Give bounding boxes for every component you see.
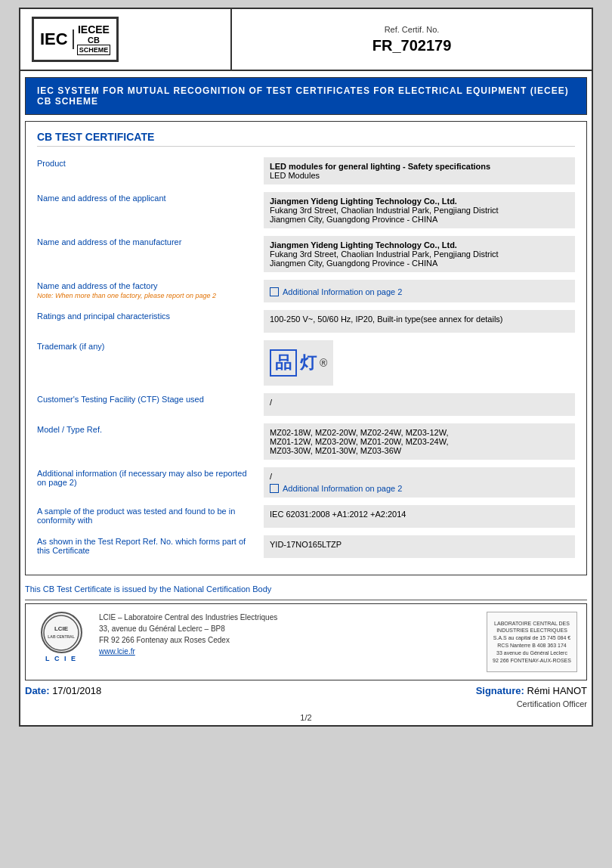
lcie-addr2: FR 92 266 Fontenay aux Roses Cedex — [99, 636, 230, 644]
trademark-icon: 品 — [270, 349, 297, 377]
value-applicant: Jiangmen Yideng Lighting Technology Co.,… — [264, 192, 575, 228]
footer-address: LCIE – Laboratoire Central des Industrie… — [99, 612, 475, 657]
model-line2: MZ01-12W, MZ03-20W, MZ01-20W, MZ03-24W, — [270, 437, 569, 446]
label-trademark: Trademark (if any) — [37, 340, 264, 351]
manufacturer-addr1: Fukang 3rd Street, Chaolian Industrial P… — [270, 250, 569, 259]
date-sig-row: Date: 17/01/2018 Signature: Rémi HANOT — [25, 685, 587, 696]
scheme-text: SCHEME — [77, 45, 111, 55]
label-model: Model / Type Ref. — [37, 423, 264, 434]
row-trademark: Trademark (if any) 品 灯 ® — [37, 340, 575, 386]
tm-registered: ® — [320, 357, 327, 369]
row-additional: Additional information (if necessary may… — [37, 467, 575, 498]
label-applicant: Name and address of the applicant — [37, 192, 264, 203]
label-ctf: Customer's Testing Facility (CTF) Stage … — [37, 393, 264, 404]
label-ratings: Ratings and principal characteristics — [37, 310, 264, 321]
value-conformity: IEC 62031:2008 +A1:2012 +A2:2014 — [264, 505, 575, 528]
value-additional: / Additional Information on page 2 — [264, 467, 575, 498]
label-product: Product — [37, 157, 264, 168]
lcie-logo-svg: LCIE LAB CENTRAL — [42, 614, 80, 652]
divider — [25, 600, 587, 600]
factory-note: Note: When more than one factory, please… — [37, 292, 256, 299]
conformity-text: IEC 62031:2008 +A1:2012 +A2:2014 — [270, 510, 406, 519]
factory-checkbox[interactable] — [270, 287, 279, 296]
row-model: Model / Type Ref. MZ02-18W, MZ02-20W, MZ… — [37, 423, 575, 460]
label-additional: Additional information (if necessary may… — [37, 467, 264, 487]
iecee-text: IECEE — [78, 23, 110, 36]
lcie-label: L C I E — [45, 655, 77, 662]
header-cert: Ref. Certif. No. FR_702179 — [232, 9, 592, 70]
lcie-addr1: 33, avenue du Général Leclerc – BP8 — [99, 625, 225, 633]
header-logo: IEC IECEE CB SCHEME — [20, 9, 232, 70]
stamp-line5: 33 avenue du Général Leclerc — [493, 649, 571, 657]
applicant-addr2: Jiangmen City, Guangdong Province - CHIN… — [270, 215, 569, 224]
logo-box: IEC IECEE CB SCHEME — [32, 17, 119, 62]
sig-block: Signature: Rémi HANOT — [476, 685, 587, 696]
additional-checkbox-link[interactable]: Additional Information on page 2 — [270, 484, 569, 493]
stamp-line2: INDUSTRIES ELECTRIQUES — [493, 627, 571, 634]
product-bold: LED modules for general lighting - Safet… — [270, 162, 490, 171]
manufacturer-bold: Jiangmen Yideng Lighting Technology Co.,… — [270, 240, 457, 250]
value-testreport: YID-17NO165LTZP — [264, 535, 575, 558]
value-ctf: / — [264, 393, 575, 416]
value-trademark: 品 灯 ® — [264, 340, 333, 386]
cb-text: CB — [88, 36, 100, 45]
additional-checkbox[interactable] — [270, 484, 279, 493]
date-label: Date: — [25, 685, 50, 696]
svg-point-0 — [44, 615, 79, 650]
tm-char2: 灯 — [300, 352, 317, 374]
value-product: LED modules for general lighting - Safet… — [264, 157, 575, 184]
stamp-line3: S.A.S au capital de 15 745 084 € — [493, 634, 571, 642]
sig-officer: Certification Officer — [20, 699, 587, 708]
label-manufacturer: Name and address of the manufacturer — [37, 236, 264, 246]
ref-label: Ref. Certif. No. — [385, 25, 440, 34]
label-factory: Name and address of the factory Note: Wh… — [37, 280, 264, 299]
ctf-text: / — [270, 398, 272, 407]
date-block: Date: 17/01/2018 — [25, 685, 101, 696]
row-applicant: Name and address of the applicant Jiangm… — [37, 192, 575, 228]
factory-checkbox-label: Additional Information on page 2 — [283, 287, 402, 296]
stamp-line6: 92 266 FONTENAY-AUX-ROSES — [493, 657, 571, 665]
page-number: 1/2 — [20, 713, 592, 722]
applicant-addr1: Fukang 3rd Street, Chaolian Industrial P… — [270, 206, 569, 215]
lcie-website[interactable]: www.lcie.fr — [99, 647, 135, 656]
ratings-text: 100-250 V~, 50/60 Hz, IP20, Built-in typ… — [270, 315, 502, 324]
product-extra: LED Modules — [270, 171, 569, 180]
blue-banner: IEC SYSTEM FOR MUTUAL RECOGNITION OF TES… — [25, 77, 587, 115]
sig-name: Rémi HANOT — [527, 685, 587, 696]
additional-checkbox-label: Additional Information on page 2 — [283, 484, 402, 493]
testreport-text: YID-17NO165LTZP — [270, 540, 342, 549]
row-testreport: As shown in the Test Report Ref. No. whi… — [37, 535, 575, 558]
label-testreport: As shown in the Test Report Ref. No. whi… — [37, 535, 264, 555]
section-title: CB TEST CERTIFICATE — [37, 131, 575, 147]
iecee-block: IECEE CB SCHEME — [77, 23, 111, 55]
factory-checkbox-link[interactable]: Additional Information on page 2 — [270, 287, 569, 296]
svg-text:LCIE: LCIE — [54, 625, 69, 632]
footer-body: LCIE LAB CENTRAL L C I E LCIE – Laborato… — [25, 603, 587, 680]
main-content: CB TEST CERTIFICATE Product LED modules … — [25, 121, 587, 575]
row-factory: Name and address of the factory Note: Wh… — [37, 280, 575, 302]
stamp-line1: LABORATOIRE CENTRAL DES — [493, 620, 571, 628]
row-conformity: A sample of the product was tested and f… — [37, 505, 575, 528]
stamp-content: LABORATOIRE CENTRAL DES INDUSTRIES ELECT… — [490, 617, 574, 668]
svg-text:LAB CENTRAL: LAB CENTRAL — [48, 634, 75, 639]
tm-char1: 品 — [270, 349, 297, 377]
value-manufacturer: Jiangmen Yideng Lighting Technology Co.,… — [264, 236, 575, 272]
lcie-logo-box: LCIE LAB CENTRAL — [41, 612, 82, 653]
model-line3: MZ03-30W, MZ01-30W, MZ03-36W — [270, 446, 569, 455]
iec-text: IEC — [40, 29, 74, 49]
manufacturer-addr2: Jiangmen City, Guangdong Province - CHIN… — [270, 259, 569, 268]
page: IEC IECEE CB SCHEME Ref. Certif. No. FR_… — [19, 8, 593, 727]
value-ratings: 100-250 V~, 50/60 Hz, IP20, Built-in typ… — [264, 310, 575, 333]
sig-label: Signature: — [476, 685, 524, 696]
applicant-bold: Jiangmen Yideng Lighting Technology Co.,… — [270, 197, 457, 206]
stamp-line4: RCS Nanterre B 408 363 174 — [493, 642, 571, 649]
value-model: MZ02-18W, MZ02-20W, MZ02-24W, MZ03-12W, … — [264, 423, 575, 460]
row-ratings: Ratings and principal characteristics 10… — [37, 310, 575, 333]
header: IEC IECEE CB SCHEME Ref. Certif. No. FR_… — [20, 9, 592, 71]
row-manufacturer: Name and address of the manufacturer Jia… — [37, 236, 575, 272]
footer-note: This CB Test Certificate is issued by th… — [25, 581, 587, 597]
value-factory: Additional Information on page 2 — [264, 280, 575, 302]
lcie-name: LCIE – Laboratoire Central des Industrie… — [99, 613, 277, 622]
label-conformity: A sample of the product was tested and f… — [37, 505, 264, 525]
lcie-logo-section: LCIE LAB CENTRAL L C I E — [35, 612, 88, 662]
